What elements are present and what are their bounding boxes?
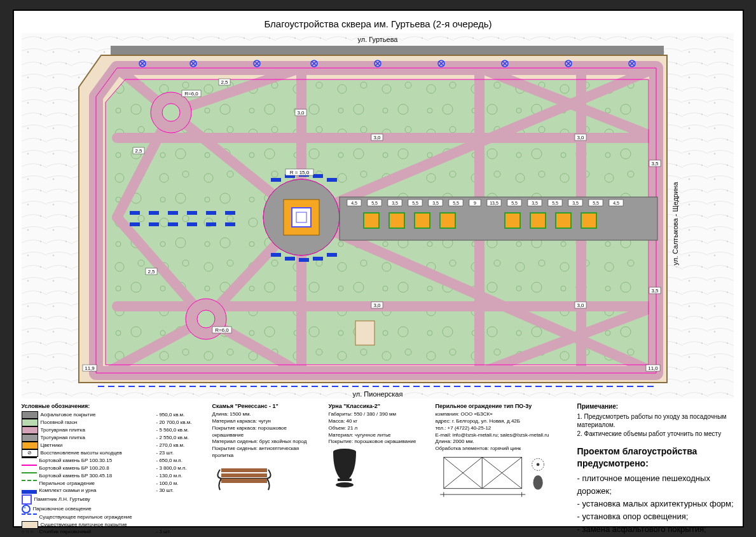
legend-item-asphalt: Асфальтовое покрытие- 950,0 кв.м. <box>22 411 201 419</box>
svg-text:3,5: 3,5 <box>532 201 538 205</box>
legend-item-bollard: ○ ○ ○Столбик парковочный- 3 шт. <box>22 529 201 536</box>
svg-text:3,5: 3,5 <box>432 201 439 205</box>
svg-rect-52 <box>505 213 520 228</box>
svg-rect-70 <box>187 211 197 215</box>
urn-spec: Урна "Классика-2" Габариты: 550 / 380 / … <box>329 402 424 537</box>
svg-text:2,5: 2,5 <box>135 148 142 154</box>
svg-rect-74 <box>149 222 159 226</box>
project-header: Проектом благоустройства предусмотрено: <box>577 445 735 470</box>
svg-rect-56 <box>355 321 375 345</box>
svg-text:5,5: 5,5 <box>412 201 418 205</box>
svg-text:11,9: 11,9 <box>85 365 95 371</box>
svg-rect-73 <box>130 222 140 226</box>
svg-text:9: 9 <box>474 201 476 205</box>
bench-spec: Скамья "Ренессанс - 1" Длина: 1500 мм.Ма… <box>212 402 317 537</box>
project-list: - плиточное мощение пешеходных дорожек;-… <box>577 472 735 537</box>
svg-text:5,5: 5,5 <box>371 201 378 205</box>
svg-text:5,5: 5,5 <box>511 201 518 205</box>
svg-rect-71 <box>206 211 216 215</box>
legend-item-exrail: Существующее перильное ограждение <box>22 513 201 521</box>
svg-text:13,5: 13,5 <box>490 201 498 205</box>
svg-rect-64 <box>299 258 309 262</box>
notes-column: Примечание: 1. Предусмотреть работы по у… <box>577 402 735 537</box>
svg-text:3,5: 3,5 <box>651 288 659 294</box>
svg-rect-67 <box>130 211 140 215</box>
legend-item-rail: Перильное ограждение- 100,0 м. <box>22 480 201 487</box>
bench-icon <box>212 459 276 498</box>
svg-rect-78 <box>225 222 235 226</box>
svg-rect-166 <box>221 473 267 477</box>
svg-rect-168 <box>221 479 267 483</box>
svg-text:11,0: 11,0 <box>648 365 658 371</box>
svg-text:3,5: 3,5 <box>392 201 398 205</box>
svg-text:4,5: 4,5 <box>613 201 619 205</box>
svg-text:3,5: 3,5 <box>651 161 659 167</box>
svg-text:3,0: 3,0 <box>373 302 381 308</box>
svg-text:R=6,0: R=6,0 <box>184 91 198 97</box>
svg-rect-53 <box>530 213 546 228</box>
svg-rect-72 <box>225 211 235 215</box>
svg-text:3,0: 3,0 <box>297 110 305 116</box>
svg-text:5,5: 5,5 <box>593 201 599 205</box>
legend-item-paving2: Тротуарная плитка- 2 550,0 кв.м. <box>22 434 201 442</box>
svg-rect-51 <box>440 213 455 228</box>
legend-item-flower: Цветники- 270,0 кв.м. <box>22 442 201 449</box>
svg-rect-61 <box>327 178 337 182</box>
legend-item-lawn: Посевной газон- 20 700,0 кв.м. <box>22 419 201 426</box>
svg-rect-77 <box>206 222 216 226</box>
drawing-sheet: С Благоустройства сквера им. Гуртьева (2… <box>13 10 744 527</box>
legend-item-curb1: Бортовой камень БР 100.30.15- 650,0 м.п. <box>22 457 201 465</box>
street-top: ул. Гуртьева <box>357 36 398 43</box>
svg-text:5,5: 5,5 <box>453 201 459 205</box>
svg-text:R=6,0: R=6,0 <box>215 327 229 333</box>
legend-item-light: ×Парковочное освещение <box>22 505 201 513</box>
street-bottom: ул. Пионерская <box>352 390 402 398</box>
svg-text:3,0: 3,0 <box>577 135 584 140</box>
legend-item-manhole: ⊘Восстановление высоты колодцев- 23 шт. <box>22 449 201 457</box>
legend-item-curb2: Бортовой камень БР 100.20.8- 3 800,0 м.п… <box>22 465 201 472</box>
svg-point-171 <box>336 482 354 487</box>
svg-text:R = 15,0: R = 15,0 <box>289 170 309 175</box>
svg-rect-68 <box>149 211 159 215</box>
svg-rect-45 <box>292 208 311 227</box>
svg-point-39 <box>162 104 180 121</box>
svg-text:4,5: 4,5 <box>351 201 357 205</box>
svg-rect-57 <box>271 178 281 182</box>
svg-rect-54 <box>556 213 571 228</box>
urn-icon <box>329 445 361 490</box>
svg-text:3,0: 3,0 <box>577 302 584 308</box>
svg-rect-167 <box>221 468 267 472</box>
svg-rect-48 <box>364 213 379 228</box>
svg-rect-76 <box>187 222 197 226</box>
legend-header: Условные обозначения: <box>22 402 201 410</box>
svg-text:2,5: 2,5 <box>221 79 228 85</box>
svg-rect-60 <box>313 174 323 178</box>
svg-rect-66 <box>327 253 337 257</box>
svg-rect-14 <box>111 46 664 55</box>
svg-text:3,5: 3,5 <box>572 201 579 205</box>
fence-icon <box>436 452 556 506</box>
site-plan: ул. Гуртьева ул. Пионерская ул. Октябрьс… <box>22 33 735 398</box>
legend-item-expave: Существующее плиточное покрытие <box>22 521 201 529</box>
svg-rect-55 <box>581 213 596 228</box>
svg-rect-75 <box>168 222 178 226</box>
svg-rect-65 <box>313 257 323 261</box>
svg-text:3,0: 3,0 <box>373 135 381 140</box>
svg-rect-62 <box>271 253 281 257</box>
legend-and-notes: Условные обозначения: Асфальтовое покрыт… <box>22 402 735 537</box>
svg-rect-170 <box>338 479 352 481</box>
legend-item-bench: Комплект скамьи и урна- 30 шт. <box>22 487 201 494</box>
svg-rect-50 <box>415 213 430 228</box>
fence-spec: Перильное ограждение тип ПО-3у компания:… <box>436 402 566 537</box>
svg-rect-69 <box>168 211 178 215</box>
svg-point-182 <box>537 463 539 466</box>
legend-column: Условные обозначения: Асфальтовое покрыт… <box>22 402 201 537</box>
svg-point-183 <box>533 475 542 490</box>
legend-item-monument: Памятник Л.Н. Гуртьеву <box>22 494 201 505</box>
svg-point-41 <box>197 310 215 328</box>
street-right: ул. Салтыкова - Щедрина <box>671 182 679 266</box>
legend-item-curb3: Бортовой камень БР 300.45.18- 130,0 м.п. <box>22 472 201 480</box>
svg-text:2,5: 2,5 <box>148 269 155 275</box>
svg-text:5,5: 5,5 <box>552 201 558 205</box>
svg-rect-63 <box>285 257 295 261</box>
